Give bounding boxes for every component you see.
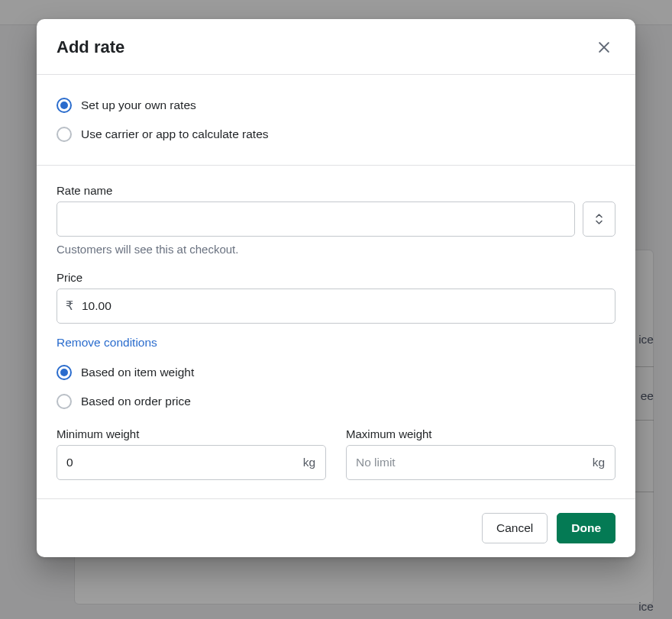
radio-icon xyxy=(57,394,72,409)
add-rate-modal: Add rate Set up your own rates Use carri… xyxy=(37,19,635,557)
sort-icon xyxy=(595,213,603,225)
radio-label: Set up your own rates xyxy=(81,98,196,112)
price-label: Price xyxy=(57,271,615,284)
rate-name-help: Customers will see this at checkout. xyxy=(57,243,615,256)
close-button[interactable] xyxy=(593,36,615,59)
cancel-button[interactable]: Cancel xyxy=(482,513,548,543)
rate-name-select-button[interactable] xyxy=(583,201,615,237)
radio-own-rates[interactable]: Set up your own rates xyxy=(57,93,615,118)
rate-name-label: Rate name xyxy=(57,184,615,197)
weight-unit: kg xyxy=(593,456,605,469)
radio-icon xyxy=(57,127,72,142)
max-weight-label: Maximum weight xyxy=(346,427,615,440)
radio-label: Based on order price xyxy=(81,395,191,408)
rate-name-input[interactable] xyxy=(57,201,575,237)
remove-conditions-link[interactable]: Remove conditions xyxy=(57,336,157,350)
max-weight-input[interactable] xyxy=(346,445,615,480)
modal-footer: Cancel Done xyxy=(37,498,635,557)
price-input[interactable] xyxy=(57,289,615,324)
radio-label: Use carrier or app to calculate rates xyxy=(81,127,269,141)
button-label: Cancel xyxy=(496,521,533,535)
rate-details-section: Rate name Customers will see this at che… xyxy=(37,165,635,498)
min-weight-input[interactable] xyxy=(57,445,326,480)
min-weight-label: Minimum weight xyxy=(57,427,326,440)
weight-unit: kg xyxy=(303,456,315,469)
rate-type-section: Set up your own rates Use carrier or app… xyxy=(37,75,635,165)
modal-title: Add rate xyxy=(57,37,124,57)
currency-symbol: ₹ xyxy=(66,299,73,313)
done-button[interactable]: Done xyxy=(557,513,615,543)
button-label: Done xyxy=(571,521,601,535)
modal-header: Add rate xyxy=(37,19,635,75)
radio-based-on-weight[interactable]: Based on item weight xyxy=(57,360,615,385)
radio-based-on-price[interactable]: Based on order price xyxy=(57,389,615,414)
radio-icon xyxy=(57,365,72,380)
close-icon xyxy=(596,40,612,55)
radio-carrier-rates[interactable]: Use carrier or app to calculate rates xyxy=(57,122,615,147)
radio-label: Based on item weight xyxy=(81,366,194,379)
radio-icon xyxy=(57,98,72,113)
